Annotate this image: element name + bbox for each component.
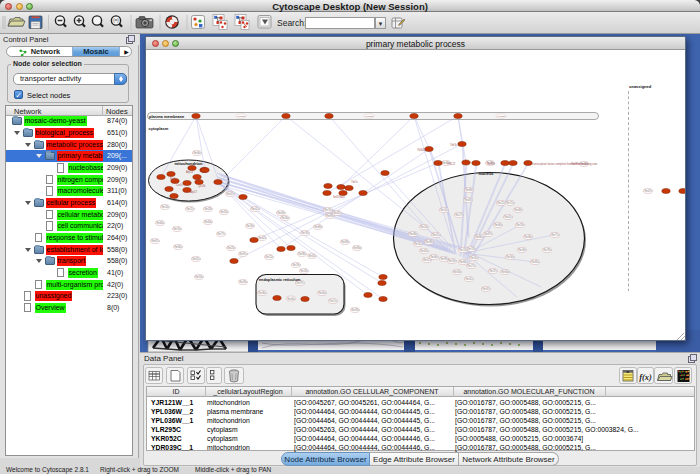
svg-text:Ybr57c: Ybr57c bbox=[489, 269, 498, 273]
svg-text:Yhr99c: Yhr99c bbox=[571, 162, 580, 166]
svg-text:Ybr19c: Ybr19c bbox=[292, 263, 301, 267]
svg-text:Ybr42c: Ybr42c bbox=[251, 207, 260, 211]
svg-text:Ybr66c: Ybr66c bbox=[459, 260, 468, 264]
svg-text:Ybr82c: Ybr82c bbox=[333, 211, 342, 215]
svg-text:Ybr05c: Ybr05c bbox=[308, 254, 317, 258]
svg-text:Atp14: Atp14 bbox=[186, 170, 194, 174]
svg-text:Ybr36c: Ybr36c bbox=[524, 235, 533, 239]
svg-text:Ybr91c: Ybr91c bbox=[239, 252, 248, 256]
svg-text:Ybr59c: Ybr59c bbox=[448, 259, 457, 263]
svg-text:Ybr78c: Ybr78c bbox=[543, 248, 552, 252]
svg-text:Ybr28c: Ybr28c bbox=[204, 207, 213, 211]
svg-text:Snf2/Swi2: Snf2/Swi2 bbox=[333, 195, 346, 199]
svg-text:Yor32c: Yor32c bbox=[487, 162, 496, 166]
svg-text:Ybr07c: Ybr07c bbox=[226, 192, 235, 196]
svg-text:Ybr53c: Ybr53c bbox=[195, 275, 204, 279]
svg-text:Ykl442: Ykl442 bbox=[417, 148, 426, 152]
svg-text:Ybr77c: Ybr77c bbox=[217, 232, 226, 236]
svg-text:Ybr55c: Ybr55c bbox=[414, 242, 423, 246]
svg-text:Ybr40c: Ybr40c bbox=[287, 297, 296, 301]
svg-text:Ybr00c: Ybr00c bbox=[193, 151, 202, 155]
svg-text:Ybr04c: Ybr04c bbox=[318, 291, 327, 295]
svg-text:Ybr11c: Ybr11c bbox=[329, 299, 338, 303]
svg-text:plasma membrane: plasma membrane bbox=[149, 114, 185, 119]
svg-text:nucleus: nucleus bbox=[478, 171, 494, 176]
svg-text:Ybr92c: Ybr92c bbox=[482, 287, 491, 291]
svg-text:Ybr21c: Ybr21c bbox=[186, 207, 195, 211]
svg-text:unassigned: unassigned bbox=[629, 84, 652, 89]
svg-text:Ybr38c: Ybr38c bbox=[425, 240, 434, 244]
svg-text:Ybr73c: Ybr73c bbox=[467, 247, 476, 251]
svg-text:Ybr97c: Ybr97c bbox=[296, 281, 305, 285]
svg-text:Ybr17c: Ybr17c bbox=[455, 213, 464, 217]
svg-text:Rip1: Rip1 bbox=[170, 177, 176, 181]
svg-text:endoplasmic reticulum: endoplasmic reticulum bbox=[259, 278, 301, 282]
svg-text:Ybr75c: Ybr75c bbox=[324, 208, 333, 212]
svg-text:Ybr70c: Ybr70c bbox=[173, 227, 182, 231]
svg-text:Ybr43c: Ybr43c bbox=[518, 248, 527, 252]
svg-text:Ybr83c: Ybr83c bbox=[341, 240, 350, 244]
svg-text:Ybr27c: Ybr27c bbox=[467, 264, 476, 268]
svg-text:f(x): f(x) bbox=[639, 372, 652, 382]
svg-text:Ybr89c: Ybr89c bbox=[326, 214, 335, 218]
svg-text:Ybr41c: Ybr41c bbox=[465, 277, 474, 281]
svg-text:YGL22: YGL22 bbox=[447, 162, 456, 166]
svg-text:Ybr18c: Ybr18c bbox=[246, 224, 255, 228]
svg-text:Yol122c: Yol122c bbox=[365, 115, 374, 118]
svg-text:Ydr1c: Ydr1c bbox=[351, 180, 359, 184]
svg-text:Ybr71c: Ybr71c bbox=[551, 233, 560, 237]
svg-text:Ybr96c: Ybr96c bbox=[465, 188, 474, 192]
svg-text:Ybr63c: Ybr63c bbox=[204, 220, 213, 224]
svg-text:Ybr25c: Ybr25c bbox=[227, 246, 236, 250]
svg-text:Ybr84c: Ybr84c bbox=[174, 245, 183, 249]
svg-text:Ybr08c: Ybr08c bbox=[514, 208, 523, 212]
svg-text:Ybr48c: Ybr48c bbox=[409, 232, 418, 236]
svg-text:Ybr49c: Ybr49c bbox=[277, 211, 286, 215]
svg-text:Ybr20c: Ybr20c bbox=[470, 256, 479, 260]
svg-text:Ybr29c: Ybr29c bbox=[516, 223, 525, 227]
svg-text:Cor1c: Cor1c bbox=[176, 183, 184, 187]
svg-text:Ybr98c: Ybr98c bbox=[298, 252, 307, 256]
svg-text:Ybr85c: Ybr85c bbox=[531, 260, 540, 264]
svg-text:Ybr03c: Ybr03c bbox=[464, 198, 473, 202]
svg-text:Ybr15c: Ybr15c bbox=[506, 201, 515, 205]
svg-text:Ybr14c: Ybr14c bbox=[161, 205, 170, 209]
svg-text:Ybr35c: Ybr35c bbox=[220, 210, 229, 214]
svg-text:Ybr12c: Ybr12c bbox=[265, 255, 274, 259]
svg-text:Ybr94c: Ybr94c bbox=[494, 223, 503, 227]
svg-text:Ybr26c: Ybr26c bbox=[300, 269, 309, 273]
svg-text:Yol122c: Yol122c bbox=[237, 115, 246, 118]
svg-text:Ybr06c: Ybr06c bbox=[430, 255, 439, 259]
svg-text:Ybr13c: Ybr13c bbox=[459, 248, 468, 252]
svg-text:Ybr69c: Ybr69c bbox=[314, 225, 323, 229]
svg-text:transcription factor complex/c: transcription factor complex/chromatin r… bbox=[532, 162, 598, 166]
svg-text:Ybr31c: Ybr31c bbox=[432, 233, 441, 237]
svg-text:Ybr50c: Ybr50c bbox=[506, 255, 515, 259]
svg-text:Ybr56c: Ybr56c bbox=[281, 216, 290, 220]
svg-text:Ybr01c: Ybr01c bbox=[504, 215, 513, 219]
svg-text:Ybr47c: Ybr47c bbox=[644, 189, 653, 193]
svg-text:Ybr24c: Ybr24c bbox=[420, 225, 429, 229]
svg-text:Ybr76c: Ybr76c bbox=[301, 231, 310, 235]
svg-text:Atp17: Atp17 bbox=[190, 190, 198, 194]
svg-text:cytoplasm: cytoplasm bbox=[149, 126, 169, 131]
svg-text:Ybr22c: Ybr22c bbox=[497, 201, 506, 205]
svg-text:Ydr3c: Ydr3c bbox=[450, 143, 458, 147]
svg-text:Ybr10c: Ybr10c bbox=[440, 208, 449, 212]
svg-text:Ybr62c: Ybr62c bbox=[258, 236, 267, 240]
svg-text:mitochondrion: mitochondrion bbox=[175, 161, 204, 166]
svg-text:Ybr87c: Ybr87c bbox=[484, 232, 493, 236]
svg-text:Ybr34c: Ybr34c bbox=[453, 270, 462, 274]
svg-text:Ybr45c: Ybr45c bbox=[420, 249, 429, 253]
svg-text:Ybr80c: Ybr80c bbox=[475, 235, 484, 239]
svg-text:Ybr33c: Ybr33c bbox=[351, 308, 360, 312]
svg-text:Ybr99c: Ybr99c bbox=[440, 257, 449, 261]
svg-text:Ybr90c: Ybr90c bbox=[353, 246, 362, 250]
svg-text:Ybr39c: Ybr39c bbox=[239, 280, 248, 284]
svg-text:(=): (=) bbox=[113, 18, 119, 23]
svg-text:Ybr67c: Ybr67c bbox=[151, 239, 160, 243]
svg-text:Ybr32c: Ybr32c bbox=[192, 257, 201, 261]
svg-text:Ybr64c: Ybr64c bbox=[501, 270, 510, 274]
svg-text:Ybr60c: Ybr60c bbox=[156, 221, 165, 225]
svg-text:Qcr2b: Qcr2b bbox=[198, 184, 206, 188]
